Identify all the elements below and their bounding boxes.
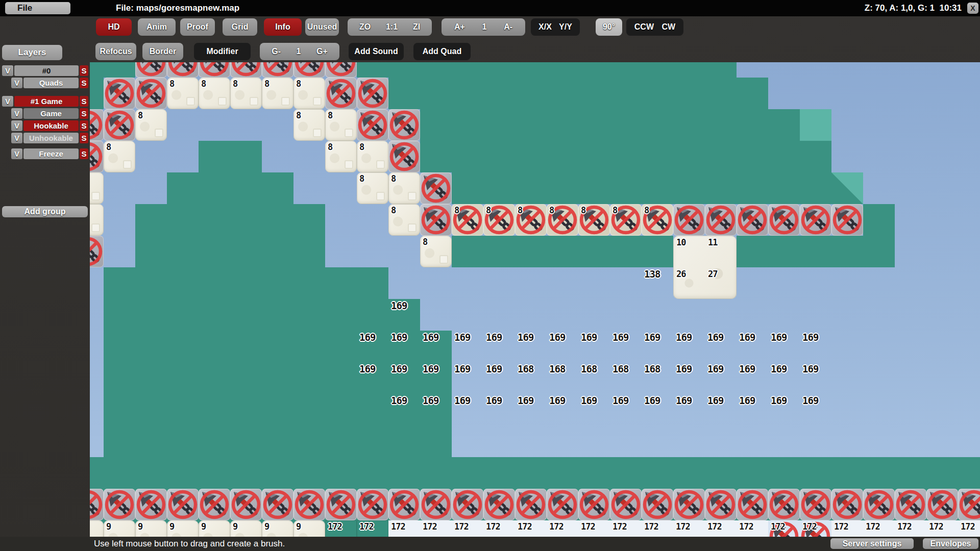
unhookable-arrow-tile[interactable] bbox=[547, 489, 578, 520]
button-1[interactable]: 1 bbox=[479, 22, 490, 32]
unhookable-arrow-tile[interactable] bbox=[262, 62, 293, 78]
hookable-tile-8[interactable]: 8 bbox=[357, 141, 388, 172]
tile-172-172[interactable]: 172 bbox=[610, 520, 642, 537]
map-canvas[interactable]: 88888 888 bbox=[90, 62, 980, 537]
button-cw[interactable]: CW bbox=[659, 22, 679, 32]
unhookable-arrow-tile[interactable] bbox=[199, 489, 230, 520]
unhookable-arrow-tile[interactable] bbox=[90, 489, 104, 520]
hookable-tile-9[interactable]: 9 bbox=[262, 520, 293, 537]
unhookable-arrow-tile-8-8[interactable]: 8 bbox=[547, 204, 578, 236]
visibility-toggle-hookable[interactable]: V bbox=[11, 120, 22, 131]
unhookable-arrow-tile[interactable] bbox=[90, 141, 104, 172]
layer-s-toggle-game[interactable]: S bbox=[80, 108, 88, 119]
hookable-tile-9[interactable]: 9 bbox=[104, 520, 135, 537]
unhookable-arrow-tile[interactable] bbox=[357, 109, 388, 141]
tile-172-172[interactable]: 172 bbox=[420, 520, 452, 537]
unhookable-arrow-tile[interactable] bbox=[167, 62, 199, 78]
unhookable-arrow-tile-8-8[interactable]: 8 bbox=[610, 204, 642, 236]
unhookable-arrow-tile[interactable] bbox=[768, 204, 800, 236]
button-refocus[interactable]: Refocus bbox=[95, 43, 136, 60]
tile-172-172[interactable]: 172 bbox=[863, 520, 895, 537]
unhookable-arrow-tile[interactable] bbox=[705, 489, 737, 520]
tile-172-172[interactable]: 172 bbox=[705, 520, 737, 537]
button-1[interactable]: 1 bbox=[293, 47, 304, 56]
unhookable-arrow-tile[interactable] bbox=[325, 62, 357, 78]
layer-item-hookable[interactable]: Hookable bbox=[23, 120, 79, 131]
unhookable-arrow-tile[interactable] bbox=[325, 489, 357, 520]
button-grid[interactable]: Grid bbox=[223, 18, 257, 36]
unhookable-arrow-tile[interactable] bbox=[768, 489, 800, 520]
button-1-1[interactable]: 1:1 bbox=[383, 22, 401, 32]
unhookable-arrow-tile[interactable] bbox=[831, 204, 863, 236]
button-zo[interactable]: ZO bbox=[356, 22, 374, 32]
unhookable-arrow-tile[interactable] bbox=[388, 489, 420, 520]
unhookable-arrow-tile-8-8[interactable]: 8 bbox=[642, 204, 673, 236]
unhookable-arrow-tile[interactable] bbox=[357, 78, 388, 109]
visibility-toggle-unhookable[interactable]: V bbox=[11, 133, 22, 143]
tile-172-172[interactable]: 172 bbox=[737, 520, 768, 537]
hookable-tile[interactable] bbox=[90, 204, 104, 236]
tile-172-172[interactable]: 172 bbox=[515, 520, 547, 537]
unhookable-arrow-tile[interactable] bbox=[863, 489, 895, 520]
visibility-toggle-freeze[interactable]: V bbox=[11, 148, 22, 159]
button-x-x[interactable]: X/X bbox=[535, 22, 555, 32]
unhookable-arrow-tile[interactable] bbox=[958, 489, 980, 520]
button-a[interactable]: A+ bbox=[451, 22, 468, 32]
tile-172-172[interactable]: 172 bbox=[388, 520, 420, 537]
unhookable-arrow-tile[interactable] bbox=[926, 489, 958, 520]
button-ccw[interactable]: CCW bbox=[631, 22, 657, 32]
button-unused[interactable]: Unused bbox=[305, 18, 339, 36]
unhookable-arrow-tile[interactable] bbox=[199, 62, 230, 78]
unhookable-arrow-tile[interactable] bbox=[895, 489, 926, 520]
unhookable-arrow-tile[interactable] bbox=[452, 489, 483, 520]
hookable-tile-8[interactable]: 8 bbox=[135, 109, 167, 141]
hookable-tile-9[interactable]: 9 bbox=[199, 520, 230, 537]
tile-172-172[interactable]: 172 bbox=[958, 520, 980, 537]
unhookable-arrow-tile[interactable] bbox=[420, 489, 452, 520]
unhookable-arrow-tile[interactable] bbox=[230, 489, 262, 520]
unhookable-arrow-tile[interactable] bbox=[167, 489, 199, 520]
tile-172-arrow-172[interactable]: 172 bbox=[768, 520, 800, 537]
unhookable-arrow-tile-8-8[interactable]: 8 bbox=[483, 204, 515, 236]
unhookable-arrow-tile[interactable] bbox=[737, 204, 768, 236]
button-hd[interactable]: HD bbox=[96, 18, 132, 36]
layer-item-freeze[interactable]: Freeze bbox=[23, 148, 79, 159]
unhookable-arrow-tile[interactable] bbox=[104, 489, 135, 520]
layer-s-toggle-quads[interactable]: S bbox=[80, 78, 88, 88]
unhookable-arrow-tile[interactable] bbox=[705, 204, 737, 236]
unhookable-arrow-tile[interactable] bbox=[388, 141, 420, 172]
hookable-tile[interactable] bbox=[90, 520, 104, 537]
hookable-tile-block[interactable]: 10112627 bbox=[673, 236, 737, 299]
layer-item-unhookable[interactable]: Unhookable bbox=[23, 133, 79, 143]
unhookable-arrow-tile[interactable] bbox=[104, 109, 135, 141]
unhookable-arrow-tile-8-8[interactable]: 8 bbox=[452, 204, 483, 236]
add-group-button[interactable]: Add group bbox=[2, 206, 88, 217]
unhookable-arrow-tile[interactable] bbox=[230, 62, 262, 78]
unhookable-arrow-tile[interactable] bbox=[483, 489, 515, 520]
button-info[interactable]: Info bbox=[264, 18, 302, 36]
unhookable-arrow-tile[interactable] bbox=[610, 489, 642, 520]
hookable-tile-8[interactable]: 8 bbox=[357, 172, 388, 204]
unhookable-arrow-tile[interactable] bbox=[420, 172, 452, 204]
tile-172-172[interactable]: 172 bbox=[452, 520, 483, 537]
button-border[interactable]: Border bbox=[142, 43, 183, 60]
hookable-tile-8[interactable]: 8 bbox=[388, 204, 420, 236]
unhookable-arrow-tile[interactable] bbox=[357, 489, 388, 520]
tile-172-arrow-172[interactable]: 172 bbox=[800, 520, 831, 537]
hookable-tile-8[interactable]: 8 bbox=[230, 78, 262, 109]
hookable-tile-8[interactable]: 8 bbox=[104, 141, 135, 172]
close-icon[interactable]: X bbox=[967, 3, 978, 14]
unhookable-arrow-tile[interactable] bbox=[673, 204, 705, 236]
unhookable-arrow-tile[interactable] bbox=[420, 204, 452, 236]
layer-item-quads[interactable]: Quads bbox=[23, 78, 79, 88]
unhookable-arrow-tile[interactable] bbox=[800, 204, 831, 236]
hookable-tile-8[interactable]: 8 bbox=[325, 109, 357, 141]
layer-item-0[interactable]: #0 bbox=[14, 65, 79, 76]
unhookable-arrow-tile[interactable] bbox=[515, 489, 547, 520]
server-settings-button[interactable]: Server settings bbox=[830, 538, 914, 549]
envelopes-button[interactable]: Envelopes bbox=[923, 538, 978, 549]
unhookable-arrow-tile[interactable] bbox=[388, 109, 420, 141]
unhookable-arrow-tile[interactable] bbox=[293, 62, 325, 78]
visibility-toggle-0[interactable]: V bbox=[2, 65, 13, 76]
tile-172-172[interactable]: 172 bbox=[895, 520, 926, 537]
